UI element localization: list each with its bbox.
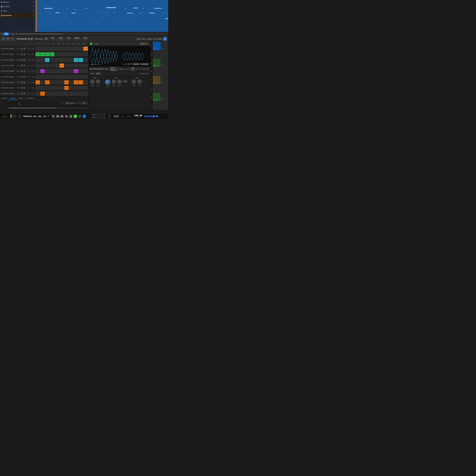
step-9-2[interactable] <box>40 92 45 96</box>
step-2-10[interactable] <box>79 52 83 56</box>
step-4-4[interactable] <box>50 64 54 68</box>
step-8-11[interactable] <box>83 86 88 90</box>
step-3-7[interactable] <box>64 58 69 62</box>
step-8-10[interactable] <box>79 86 83 90</box>
one-shot-btn[interactable]: One Shot ▼ <box>110 67 118 71</box>
step-1-4[interactable] <box>50 47 54 51</box>
view-btn-1[interactable]: ▬▬ <box>136 38 141 40</box>
step-3-2[interactable] <box>40 58 45 62</box>
step-6-7[interactable] <box>64 75 69 79</box>
step-1-1[interactable] <box>35 47 40 51</box>
step-9-1[interactable] <box>35 92 40 96</box>
preset-dropdown[interactable]: default* ▼ <box>139 43 149 45</box>
step-2-9[interactable] <box>74 52 78 56</box>
step-7-7[interactable]: 7 <box>64 80 69 85</box>
grid-icon-btn[interactable]: ≡ <box>1 37 5 41</box>
play-waveform-btn[interactable]: ▶ <box>124 63 125 65</box>
waveform-icon[interactable]: 〰 <box>93 43 95 45</box>
step-1-3[interactable] <box>45 47 50 51</box>
pattern-next-btn[interactable]: ▶ <box>31 37 33 40</box>
pad-e1[interactable]: E 1 SOU.4bpm <box>153 76 160 84</box>
stop-btn[interactable]: ■ <box>69 115 73 118</box>
step-1-9[interactable] <box>74 47 78 51</box>
step-3-9[interactable] <box>74 58 78 62</box>
step-6-10[interactable] <box>79 75 83 79</box>
step-2-5[interactable] <box>55 52 59 56</box>
step-4-10[interactable] <box>79 64 83 68</box>
step-7-1[interactable]: 8 <box>35 80 40 85</box>
step-9-7[interactable] <box>64 92 69 96</box>
step-6-8[interactable] <box>69 75 73 79</box>
step-8-1[interactable] <box>35 86 40 90</box>
step-9-10[interactable] <box>79 92 83 96</box>
step-5-1[interactable] <box>35 69 40 73</box>
solo-btn-6[interactable]: S <box>23 76 26 78</box>
mute-btn-6[interactable]: M <box>20 76 23 78</box>
step-9-6[interactable] <box>60 92 64 96</box>
seq-expand-btn[interactable]: ▲ <box>86 42 88 45</box>
step-2-6[interactable] <box>60 52 64 56</box>
step-9-8[interactable] <box>69 92 73 96</box>
scrollbar-h[interactable] <box>19 34 167 34</box>
step-4-2[interactable] <box>40 64 45 68</box>
step-8-2[interactable] <box>40 86 45 90</box>
record-btn[interactable]: ● <box>78 115 82 118</box>
swing-value[interactable]: 0 % <box>67 37 71 39</box>
inst-next-btn[interactable]: ▶ <box>97 43 98 45</box>
step-3-5[interactable] <box>55 58 59 62</box>
step-2-3[interactable] <box>45 52 50 56</box>
step-7-6[interactable] <box>60 80 64 85</box>
pad-e2[interactable]: F 1 SOU. <box>161 76 168 84</box>
pad-a2[interactable]: C#2 SOU. <box>161 42 168 50</box>
step-6-11[interactable] <box>83 75 88 79</box>
minus-btn[interactable]: － <box>6 107 8 109</box>
step-1-5[interactable] <box>55 47 59 51</box>
mute-btn-4[interactable]: M <box>20 64 23 67</box>
mute-btn-8[interactable]: M <box>20 87 23 89</box>
step-2-4[interactable] <box>50 52 54 56</box>
pad-g2[interactable]: C#1 SOU. <box>161 93 168 101</box>
soft-btn[interactable]: Soft <box>123 80 127 83</box>
grid-view-btn[interactable]: ⊞ <box>163 37 167 41</box>
step-3-3[interactable] <box>45 58 50 62</box>
pad-h1[interactable] <box>153 102 160 110</box>
step-1-7[interactable] <box>64 47 69 51</box>
cutoff-knob[interactable] <box>105 79 111 85</box>
loop-btn[interactable]: ↺ <box>6 37 10 41</box>
sync-power-btn[interactable]: ⏻ <box>108 114 111 117</box>
solo-btn-8[interactable]: S <box>23 87 26 89</box>
step-1-11[interactable] <box>83 47 88 51</box>
vel-tab-probability[interactable]: Probability <box>25 97 35 100</box>
step-4-3[interactable] <box>45 64 50 68</box>
step-7-8[interactable] <box>69 80 73 85</box>
step-8-3[interactable] <box>45 86 50 90</box>
large-btn[interactable]: Large <box>10 33 16 35</box>
inst-prev-btn[interactable]: ◀ <box>95 43 97 45</box>
m-button[interactable]: M <box>0 32 4 36</box>
step-3-11[interactable] <box>83 58 88 62</box>
mute-btn-5[interactable]: M <box>20 70 23 72</box>
step-9-3[interactable] <box>45 92 50 96</box>
wf-r-btn[interactable]: R <box>128 63 130 65</box>
vel-scroll[interactable] <box>69 103 82 104</box>
res-knob[interactable] <box>112 79 116 84</box>
step-9-9[interactable] <box>74 92 78 96</box>
pad-a1[interactable]: C 2 SOU.4bpm <box>153 42 160 50</box>
choke-value[interactable]: Off ▼ <box>96 72 101 75</box>
forward-btn[interactable]: ▶▶ <box>60 115 64 118</box>
solo-btn-1[interactable]: S <box>23 48 26 50</box>
gain-knob[interactable] <box>132 79 136 84</box>
step-4-9[interactable] <box>74 64 78 68</box>
accent-value[interactable]: 30 % <box>83 37 88 39</box>
step-3-1[interactable] <box>35 58 40 62</box>
step-7-2[interactable] <box>40 80 45 85</box>
rewind-btn[interactable]: ◀◀ <box>56 115 59 118</box>
metro-btn[interactable] <box>18 114 22 118</box>
resolution-value[interactable]: 1/16 <box>58 37 63 39</box>
step-3-8[interactable] <box>69 58 73 62</box>
step-6-2[interactable] <box>40 75 45 79</box>
pad-c2[interactable]: A 1 SOU. <box>161 59 168 67</box>
step-6-1[interactable] <box>35 75 40 79</box>
solo-btn-2[interactable]: S <box>23 53 26 55</box>
step-7-5[interactable] <box>55 80 59 85</box>
